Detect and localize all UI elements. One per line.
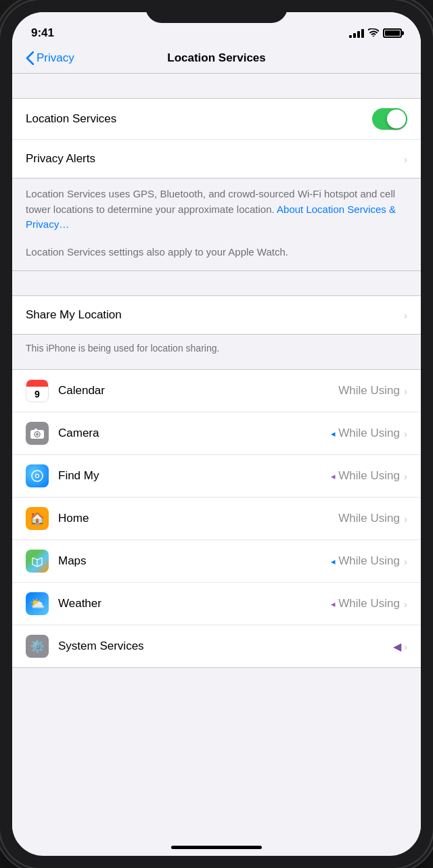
findmy-app-icon [26, 464, 49, 487]
battery-icon [383, 28, 402, 38]
signal-bar-4 [361, 29, 364, 38]
share-location-group: Share My Location › [12, 295, 421, 335]
home-app-icon: 🏠 [26, 507, 49, 530]
share-location-footer-text: This iPhone is being used for location s… [26, 343, 219, 354]
top-spacer [12, 74, 421, 98]
location-services-group: Location Services Privacy Alerts › [12, 98, 421, 178]
system-services-label: System Services [58, 640, 393, 653]
apps-group: 9 Calendar While Using › Camera ◂ While … [12, 369, 421, 668]
weather-label: Weather [58, 597, 331, 610]
status-icons [349, 28, 402, 39]
signal-bar-3 [357, 31, 360, 38]
svg-point-7 [37, 475, 39, 477]
signal-bar-1 [349, 35, 352, 38]
toggle-knob [387, 110, 406, 128]
location-services-toggle[interactable] [372, 108, 407, 130]
back-label: Privacy [37, 51, 74, 65]
system-services-row[interactable]: ⚙️ System Services ◀ › [12, 625, 421, 667]
maps-app-icon [26, 550, 49, 573]
findmy-location-icon: ◂ [331, 471, 336, 481]
phone-screen: 9:41 Privacy [12, 12, 421, 856]
camera-value: While Using [338, 427, 400, 440]
findmy-label: Find My [58, 469, 331, 483]
weather-chevron-icon: › [404, 598, 407, 610]
findmy-value: While Using [338, 469, 400, 483]
privacy-alerts-row[interactable]: Privacy Alerts › [12, 140, 421, 178]
weather-location-icon: ◂ [331, 599, 336, 609]
camera-chevron-icon: › [404, 428, 407, 439]
camera-app-icon [26, 422, 49, 445]
calendar-app-icon: 9 [26, 379, 49, 402]
bottom-spacer [12, 668, 421, 695]
weather-row[interactable]: ⛅ Weather ◂ While Using › [12, 583, 421, 625]
share-location-label: Share My Location [26, 308, 404, 322]
nav-bar: Privacy Location Services [12, 46, 421, 74]
findmy-row[interactable]: Find My ◂ While Using › [12, 455, 421, 498]
back-button[interactable]: Privacy [26, 51, 74, 65]
svg-rect-4 [35, 429, 37, 431]
home-value: While Using [338, 512, 400, 525]
calendar-label: Calendar [58, 384, 338, 397]
home-label: Home [58, 512, 338, 525]
weather-app-icon: ⛅ [26, 592, 49, 615]
maps-chevron-icon: › [404, 556, 407, 567]
system-services-location-icon: ◀ [393, 640, 401, 653]
wifi-icon [368, 28, 379, 39]
home-row[interactable]: 🏠 Home While Using › [12, 498, 421, 540]
maps-location-icon: ◂ [331, 556, 336, 566]
calendar-header [26, 380, 48, 387]
location-services-label: Location Services [26, 112, 372, 126]
description-text-2: Location Services settings also apply to… [26, 245, 407, 260]
location-services-row[interactable]: Location Services [12, 99, 421, 140]
share-location-chevron-icon: › [404, 310, 407, 321]
maps-value: While Using [338, 554, 400, 568]
system-services-chevron-icon: › [404, 641, 407, 652]
calendar-row[interactable]: 9 Calendar While Using › [12, 370, 421, 412]
battery-fill [385, 30, 400, 36]
privacy-alerts-label: Privacy Alerts [26, 152, 404, 166]
page-title: Location Services [167, 51, 266, 65]
home-indicator [171, 846, 262, 849]
home-chevron-icon: › [404, 513, 407, 525]
camera-row[interactable]: Camera ◂ While Using › [12, 412, 421, 455]
system-services-app-icon: ⚙️ [26, 635, 49, 658]
camera-location-icon: ◂ [331, 429, 336, 439]
findmy-chevron-icon: › [404, 471, 407, 482]
weather-value: While Using [338, 597, 400, 610]
calendar-body: 9 [26, 387, 48, 402]
maps-row[interactable]: Maps ◂ While Using › [12, 540, 421, 583]
content-area: Location Services Privacy Alerts › Locat… [12, 74, 421, 843]
status-time: 9:41 [31, 26, 54, 40]
phone-frame: 9:41 Privacy [0, 0, 433, 868]
signal-bars-icon [349, 28, 364, 38]
privacy-alerts-chevron-icon: › [404, 153, 407, 165]
svg-point-3 [36, 433, 39, 436]
calendar-value: While Using [338, 384, 400, 397]
camera-label: Camera [58, 427, 331, 440]
maps-label: Maps [58, 554, 331, 568]
share-location-row[interactable]: Share My Location › [12, 296, 421, 334]
description-text: Location Services uses GPS, Bluetooth, a… [26, 187, 407, 233]
signal-bar-2 [353, 33, 356, 38]
description-block: Location Services uses GPS, Bluetooth, a… [12, 178, 421, 271]
calendar-chevron-icon: › [404, 385, 407, 397]
share-location-footer: This iPhone is being used for location s… [12, 335, 421, 369]
notch [145, 0, 288, 23]
spacer-2 [12, 271, 421, 295]
